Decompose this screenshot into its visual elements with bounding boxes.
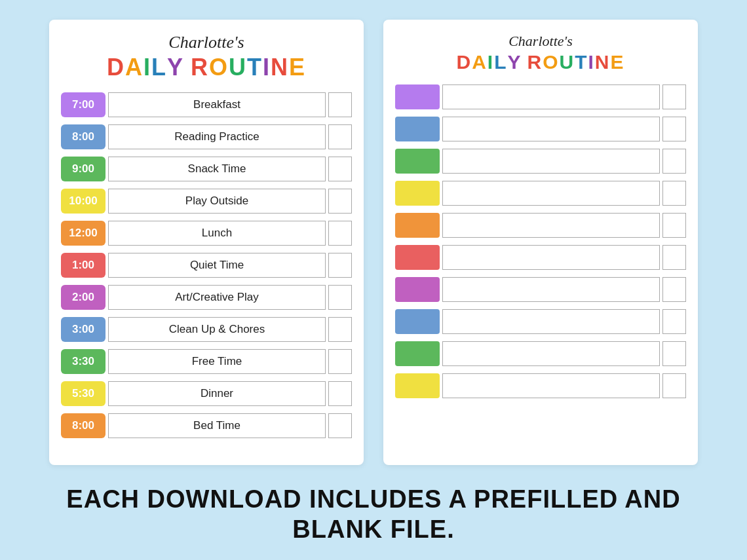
- time-badge: 5:30: [61, 381, 105, 406]
- blank-card: Charlotte's DAILYROUTINE: [383, 20, 698, 465]
- bottom-text: Each download includes a prefilled andbl…: [53, 478, 693, 544]
- title-letter: I: [144, 54, 151, 81]
- blank-activity-field[interactable]: [442, 117, 660, 141]
- title-letter: L: [494, 51, 507, 73]
- check-box[interactable]: [328, 413, 352, 438]
- check-box[interactable]: [328, 285, 352, 310]
- activity-label: Lunch: [108, 221, 326, 246]
- title-letter: U: [229, 54, 247, 81]
- title-letter: N: [271, 54, 289, 81]
- color-block: [395, 277, 440, 302]
- blank-check-box[interactable]: [662, 373, 686, 398]
- title-letter: U: [560, 51, 575, 73]
- blank-check-box[interactable]: [662, 309, 686, 334]
- table-row: 8:00Bed Time: [61, 411, 352, 440]
- blank-check-box[interactable]: [662, 117, 686, 141]
- color-block: [395, 341, 440, 366]
- blank-activity-field[interactable]: [442, 213, 660, 238]
- blank-table-row: [395, 83, 686, 111]
- blank-activity-field[interactable]: [442, 181, 660, 206]
- check-box[interactable]: [328, 317, 352, 342]
- title-letter: O: [209, 54, 229, 81]
- blank-check-box[interactable]: [662, 84, 686, 109]
- table-row: 12:00Lunch: [61, 219, 352, 248]
- blank-check-box[interactable]: [662, 341, 686, 366]
- blank-table-row: [395, 179, 686, 208]
- routine-rows: 7:00Breakfast8:00Reading Practice9:00Sna…: [61, 90, 352, 440]
- color-block: [395, 213, 440, 238]
- color-block: [395, 84, 440, 109]
- blank-check-box[interactable]: [662, 213, 686, 238]
- title-letter: E: [289, 54, 306, 81]
- title-letter: I: [588, 51, 595, 73]
- activity-label: Dinner: [108, 381, 326, 406]
- blank-table-row: [395, 115, 686, 143]
- table-row: 2:00Art/Creative Play: [61, 283, 352, 312]
- blank-table-row: [395, 339, 686, 368]
- title-letter: A: [472, 51, 488, 73]
- blank-table-row: [395, 371, 686, 400]
- time-badge: 3:00: [61, 317, 105, 342]
- daily-routine-title-2: DAILYROUTINE: [456, 51, 624, 73]
- check-box[interactable]: [328, 189, 352, 214]
- title-letter: R: [191, 54, 209, 81]
- activity-label: Bed Time: [108, 413, 326, 438]
- table-row: 3:30Free Time: [61, 347, 352, 376]
- table-row: 5:30Dinner: [61, 379, 352, 408]
- activity-label: Reading Practice: [108, 124, 326, 149]
- title-letter: T: [575, 51, 588, 73]
- table-row: 8:00Reading Practice: [61, 122, 352, 151]
- color-block: [395, 245, 440, 270]
- title-letter: A: [125, 54, 144, 81]
- check-box[interactable]: [328, 124, 352, 149]
- check-box[interactable]: [328, 92, 352, 117]
- blank-activity-field[interactable]: [442, 245, 660, 270]
- color-block: [395, 309, 440, 334]
- check-box[interactable]: [328, 221, 352, 246]
- time-badge: 12:00: [61, 221, 105, 246]
- title-letter: D: [107, 54, 125, 81]
- blank-check-box[interactable]: [662, 245, 686, 270]
- check-box[interactable]: [328, 349, 352, 374]
- title-letter: R: [527, 51, 543, 73]
- time-badge: 2:00: [61, 285, 105, 310]
- title-letter: Y: [507, 51, 522, 73]
- blank-check-box[interactable]: [662, 149, 686, 174]
- color-block: [395, 117, 440, 141]
- blank-table-row: [395, 307, 686, 336]
- title-letter: E: [611, 51, 625, 73]
- table-row: 10:00Play Outside: [61, 187, 352, 215]
- blank-activity-field[interactable]: [442, 341, 660, 366]
- time-badge: 8:00: [61, 124, 105, 149]
- table-row: 3:00Clean Up & Chores: [61, 315, 352, 344]
- color-block: [395, 149, 440, 174]
- activity-label: Free Time: [108, 349, 326, 374]
- blank-activity-field[interactable]: [442, 84, 660, 109]
- activity-label: Art/Creative Play: [108, 285, 326, 310]
- color-block: [395, 373, 440, 398]
- check-box[interactable]: [328, 157, 352, 181]
- cursive-title-1: Charlotte's: [168, 33, 244, 52]
- prefilled-card: Charlotte's DAILYROUTINE 7:00Breakfast8:…: [49, 20, 364, 465]
- check-box[interactable]: [328, 381, 352, 406]
- check-box[interactable]: [328, 253, 352, 278]
- time-badge: 8:00: [61, 413, 105, 438]
- table-row: 7:00Breakfast: [61, 90, 352, 119]
- blank-activity-field[interactable]: [442, 149, 660, 174]
- time-badge: 10:00: [61, 189, 105, 214]
- time-badge: 9:00: [61, 157, 105, 181]
- blank-activity-field[interactable]: [442, 309, 660, 334]
- top-section: Charlotte's DAILYROUTINE 7:00Breakfast8:…: [0, 0, 747, 478]
- title-letter: O: [543, 51, 559, 73]
- title-letter: N: [595, 51, 611, 73]
- activity-label: Clean Up & Chores: [108, 317, 326, 342]
- daily-routine-title-1: DAILYROUTINE: [107, 54, 306, 81]
- time-badge: 7:00: [61, 92, 105, 117]
- blank-activity-field[interactable]: [442, 373, 660, 398]
- blank-activity-field[interactable]: [442, 277, 660, 302]
- blank-check-box[interactable]: [662, 277, 686, 302]
- blank-check-box[interactable]: [662, 181, 686, 206]
- time-badge: 1:00: [61, 253, 105, 278]
- color-block: [395, 181, 440, 206]
- title-letter: I: [263, 54, 271, 81]
